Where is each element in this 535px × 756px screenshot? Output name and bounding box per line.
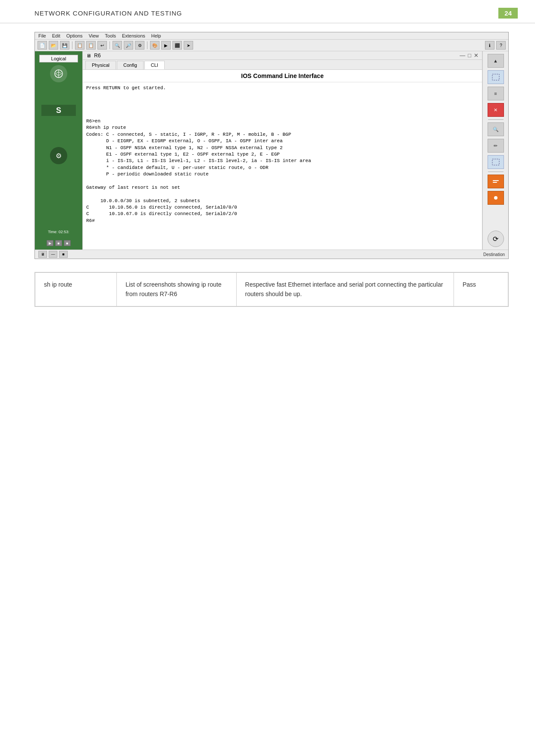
r6-icon: 🖥 [86,53,91,58]
bottom-icon3[interactable]: ■ [59,251,68,258]
right-sep1 [488,119,504,120]
sidebar-bottom-icon1[interactable]: ▶ [47,240,53,246]
table-cell-command: sh ip route [35,273,117,306]
bottom-icon1[interactable]: 🖥 [38,251,47,258]
menu-file[interactable]: File [38,33,46,38]
svg-rect-6 [493,182,497,183]
pt-right-panel: ▲ ≡ ✕ 🔍 ✏ ⟳ [482,51,508,250]
results-table: sh ip route List of screenshots showing … [34,272,509,307]
toolbar-zoom-out[interactable]: 🔎 [124,41,133,50]
right-icon-dotted1[interactable] [488,70,504,84]
toolbar-copy[interactable]: 📋 [75,41,84,50]
toolbar-extra[interactable]: ⬛ [172,41,182,50]
page-number: 24 [498,8,518,19]
svg-point-8 [494,196,497,200]
toolbar-sep1 [72,41,72,49]
r6-win-controls: — □ ✕ [460,52,479,59]
right-icon-arrow-up[interactable]: ▲ [488,54,504,68]
test-table: sh ip route List of screenshots showing … [35,272,508,306]
toolbar-sep3 [147,41,147,49]
win-close[interactable]: ✕ [474,52,479,59]
pt-bottombar: 🖥 — ■ Destination [35,250,508,259]
destination-label: Destination [483,252,505,257]
desc-text: Respective fast Ethernet interface and s… [245,281,443,297]
pass-text: Pass [463,281,476,288]
svg-rect-4 [491,179,500,184]
bottom-icon2[interactable]: — [49,251,57,258]
right-icon-dotted2[interactable] [488,155,504,169]
tab-cli[interactable]: CLI [144,61,165,69]
toolbar-undo[interactable]: ↩ [97,41,107,50]
toolbar-palette[interactable]: 🎨 [150,41,160,50]
r6-title: R6 [94,53,100,59]
table-cell-list: List of screenshots showing ip route fro… [117,273,236,306]
table-cell-pass: Pass [454,273,508,306]
right-icon-search[interactable]: 🔍 [488,122,504,136]
table-cell-desc: Respective fast Ethernet interface and s… [236,273,454,306]
cli-terminal[interactable]: Press RETURN to get started. R6>en R6#sh… [83,82,482,250]
win-restore[interactable]: □ [468,52,471,59]
right-icon-orange2[interactable] [488,191,504,205]
sidebar-time: Time: 02:53: [48,230,69,236]
toolbar-arrow[interactable]: ➤ [184,41,193,50]
toolbar-info[interactable]: ℹ [485,41,494,50]
bottom-left-icons: 🖥 — ■ [38,251,68,258]
pt-body: Logical S ⚙ Time: 02:53: ▶ ■ [35,51,508,250]
menu-tools[interactable]: Tools [105,33,116,38]
sidebar-settings-icon[interactable]: ⚙ [50,147,67,164]
toolbar-sep2 [110,41,110,49]
win-minimize[interactable]: — [460,52,465,59]
toolbar-save[interactable]: 💾 [60,41,69,50]
svg-rect-5 [493,180,499,181]
menu-help[interactable]: Help [151,33,161,38]
toolbar-open[interactable]: 📂 [49,41,58,50]
toolbar-paste[interactable]: 📋 [86,41,96,50]
tab-config[interactable]: Config [117,61,144,69]
main-content: File Edit Options View Tools Extensions … [0,23,535,324]
sidebar-bottom-icon3[interactable]: ■ [64,240,71,246]
table-row: sh ip route List of screenshots showing … [35,273,508,306]
svg-rect-3 [492,159,499,165]
menu-extensions[interactable]: Extensions [122,33,145,38]
page-header: NETWORK CONFIGURATION AND TESTING 24 [0,0,535,23]
page-title: NETWORK CONFIGURATION AND TESTING [34,9,182,17]
pt-toolbar: 📄 📂 💾 📋 📋 ↩ 🔍 🔎 ⚙ 🎨 ▶ ⬛ ➤ ℹ ? [35,40,508,51]
cli-output: Press RETURN to get started. R6>en R6#sh… [86,85,479,224]
packet-tracer-window: File Edit Options View Tools Extensions … [34,32,509,259]
sidebar-S-block: S [41,105,76,116]
right-icon-orange1[interactable] [488,175,504,188]
menu-view[interactable]: View [89,33,99,38]
toolbar-sim[interactable]: ▶ [161,41,171,50]
list-desc-text: List of screenshots showing ip route fro… [125,281,222,297]
toolbar-settings[interactable]: ⚙ [135,41,144,50]
right-icon-paint[interactable]: ✏ [488,139,504,153]
cli-header: IOS Command Line Interface [83,70,482,82]
toolbar-help[interactable]: ? [496,41,506,50]
right-sep2 [488,172,504,172]
toolbar-zoom-in[interactable]: 🔍 [113,41,122,50]
tab-physical[interactable]: Physical [85,61,116,69]
sidebar-s-label: S [56,106,61,115]
toolbar-new[interactable]: 📄 [38,41,47,50]
pt-sidebar: Logical S ⚙ Time: 02:53: ▶ ■ [35,51,82,250]
r6-titlebar: 🖥 R6 — □ ✕ [83,51,482,60]
logical-button[interactable]: Logical [39,55,78,62]
svg-rect-2 [492,74,499,80]
sidebar-bottom-icon2[interactable]: ■ [55,240,62,246]
menu-options[interactable]: Options [66,33,83,38]
right-icon-close[interactable]: ✕ [488,103,504,117]
command-text: sh ip route [44,281,72,288]
pt-cli-area: 🖥 R6 — □ ✕ Physical Config CLI IO [82,51,482,250]
right-icon-list[interactable]: ≡ [488,87,504,100]
sidebar-network-icon[interactable] [50,65,67,82]
menu-edit[interactable]: Edit [52,33,60,38]
pt-menubar: File Edit Options View Tools Extensions … [35,32,508,40]
right-icon-circle[interactable]: ⟳ [488,231,504,247]
cli-tabs: Physical Config CLI [83,60,482,70]
